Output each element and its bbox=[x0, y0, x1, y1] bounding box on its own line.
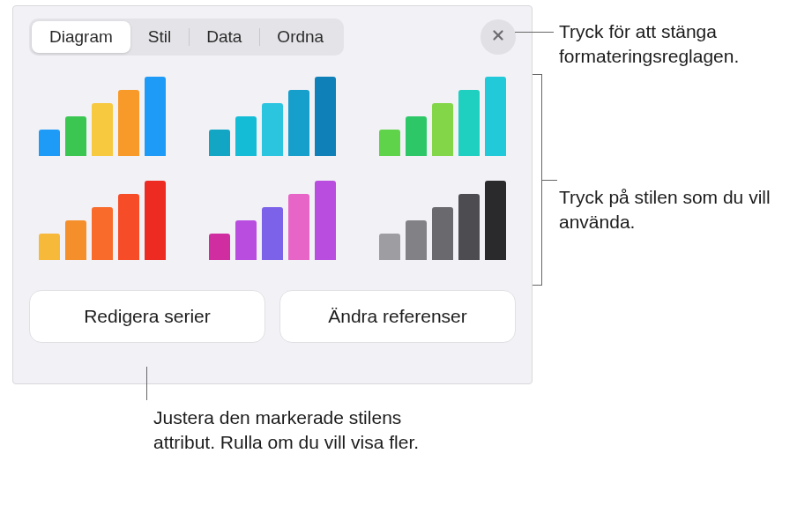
bar-icon bbox=[209, 234, 230, 260]
bar-icon bbox=[432, 103, 453, 156]
bar-icon bbox=[288, 194, 309, 260]
callout-line bbox=[146, 367, 147, 400]
bar-icon bbox=[262, 103, 283, 156]
tab-bar: Diagram Stil Data Ordna bbox=[29, 19, 516, 56]
tab-label: Stil bbox=[148, 27, 171, 47]
tab-arrange[interactable]: Ordna bbox=[259, 21, 341, 53]
format-panel: Diagram Stil Data Ordna Rediger bbox=[12, 5, 533, 384]
tab-label: Diagram bbox=[49, 27, 113, 47]
bar-icon bbox=[235, 220, 257, 260]
bar-icon bbox=[92, 103, 113, 156]
bar-icon bbox=[406, 220, 427, 260]
edit-references-button[interactable]: Ändra referenser bbox=[279, 290, 516, 343]
tab-style[interactable]: Stil bbox=[130, 21, 189, 53]
callout-styles: Tryck på stilen som du vill använda. bbox=[559, 185, 788, 235]
bar-icon bbox=[145, 77, 166, 156]
bar-icon bbox=[235, 116, 257, 156]
tab-data[interactable]: Data bbox=[189, 21, 259, 53]
chart-style-option[interactable] bbox=[199, 177, 345, 265]
button-label: Redigera serier bbox=[84, 306, 211, 327]
callout-bracket bbox=[533, 74, 554, 286]
tab-diagram[interactable]: Diagram bbox=[32, 21, 130, 53]
callout-edit: Justera den markerade stilens attribut. … bbox=[153, 405, 427, 456]
bar-icon bbox=[209, 130, 230, 156]
callout-line bbox=[515, 32, 554, 33]
bar-icon bbox=[65, 116, 86, 156]
bar-icon bbox=[65, 220, 86, 260]
bar-icon bbox=[379, 130, 400, 156]
tab-label: Data bbox=[206, 27, 242, 47]
bar-icon bbox=[379, 234, 400, 260]
chart-styles-grid bbox=[29, 73, 516, 265]
tab-label: Ordna bbox=[277, 27, 324, 47]
action-buttons: Redigera serier Ändra referenser bbox=[29, 290, 516, 343]
bar-icon bbox=[92, 207, 113, 260]
bar-icon bbox=[118, 90, 139, 156]
bar-icon bbox=[315, 77, 336, 156]
bar-icon bbox=[39, 130, 60, 156]
bar-icon bbox=[458, 90, 480, 156]
close-icon bbox=[490, 27, 506, 47]
segmented-control: Diagram Stil Data Ordna bbox=[29, 19, 344, 56]
close-button[interactable] bbox=[480, 19, 516, 55]
button-label: Ändra referenser bbox=[328, 306, 467, 327]
bar-icon bbox=[485, 77, 506, 156]
bar-icon bbox=[485, 181, 506, 260]
edit-series-button[interactable]: Redigera serier bbox=[29, 290, 265, 343]
chart-style-option[interactable] bbox=[199, 73, 345, 161]
bar-icon bbox=[432, 207, 453, 260]
chart-style-option[interactable] bbox=[370, 177, 516, 265]
chart-style-option[interactable] bbox=[29, 73, 175, 161]
bar-icon bbox=[458, 194, 480, 260]
callout-close: Tryck för att stänga formateringsreglage… bbox=[559, 19, 806, 70]
bar-icon bbox=[262, 207, 283, 260]
bar-icon bbox=[39, 234, 60, 260]
bar-icon bbox=[118, 194, 139, 260]
bar-icon bbox=[145, 181, 166, 260]
bar-icon bbox=[406, 116, 427, 156]
bar-icon bbox=[288, 90, 309, 156]
chart-style-option[interactable] bbox=[29, 177, 175, 265]
chart-style-option[interactable] bbox=[370, 73, 516, 161]
bar-icon bbox=[315, 181, 336, 260]
